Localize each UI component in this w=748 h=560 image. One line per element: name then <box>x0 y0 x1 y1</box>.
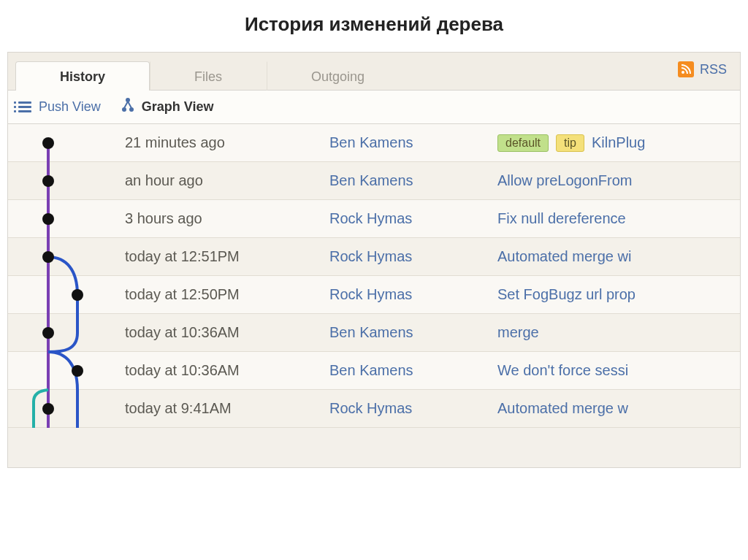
commit-time: 21 minutes ago <box>125 134 329 151</box>
commit-author[interactable]: Rock Hymas <box>329 286 497 303</box>
default-badge: default <box>497 134 549 152</box>
commit-message-text: Automated merge w <box>497 400 628 417</box>
commit-time: 3 hours ago <box>125 210 329 227</box>
graph-cell <box>8 314 125 352</box>
commit-row[interactable]: an hour agoBen KamensAllow preLogonFrom <box>8 162 740 200</box>
commit-message[interactable]: merge <box>497 324 740 341</box>
tab-history[interactable]: History <box>15 61 150 91</box>
commit-author[interactable]: Rock Hymas <box>329 248 497 265</box>
commit-time: an hour ago <box>125 172 329 189</box>
commit-list: 21 minutes agoBen KamensdefaulttipKilnPl… <box>8 124 740 428</box>
graph-cell <box>8 238 125 276</box>
commit-message-text: merge <box>497 324 539 341</box>
graph-cell <box>8 200 125 238</box>
commit-row[interactable]: 21 minutes agoBen KamensdefaulttipKilnPl… <box>8 124 740 162</box>
commit-message-text: Allow preLogonFrom <box>497 172 633 189</box>
rss-icon <box>678 61 694 77</box>
commit-row[interactable]: today at 12:51PMRock HymasAutomated merg… <box>8 238 740 276</box>
view-bar: Push View Graph View <box>8 91 740 124</box>
commit-message[interactable]: Allow preLogonFrom <box>497 172 740 189</box>
graph-cell <box>8 352 125 390</box>
commit-author[interactable]: Ben Kamens <box>329 362 497 379</box>
commit-message[interactable]: Fix null dereference <box>497 210 740 227</box>
commit-message[interactable]: Automated merge w <box>497 400 740 417</box>
commit-message-text: Fix null dereference <box>497 210 626 227</box>
commit-row[interactable]: 3 hours agoRock HymasFix null dereferenc… <box>8 200 740 238</box>
tip-badge: tip <box>556 134 584 152</box>
tab-files[interactable]: Files <box>150 61 267 91</box>
commit-message[interactable]: Automated merge wi <box>497 248 740 265</box>
push-view-label: Push View <box>39 99 101 115</box>
commit-author[interactable]: Rock Hymas <box>329 210 497 227</box>
list-icon <box>18 101 31 112</box>
graph-cell <box>8 162 125 200</box>
rss-link[interactable]: RSS <box>678 61 727 77</box>
commit-author[interactable]: Ben Kamens <box>329 324 497 341</box>
commit-message[interactable]: We don't force sessi <box>497 362 740 379</box>
commit-time: today at 12:50PM <box>125 286 329 303</box>
commit-time: today at 10:36AM <box>125 362 329 379</box>
commit-row[interactable]: today at 12:50PMRock HymasSet FogBugz ur… <box>8 276 740 314</box>
graph-view-label: Graph View <box>142 99 214 115</box>
commit-row[interactable]: today at 10:36AMBen Kamensmerge <box>8 314 740 352</box>
commit-message[interactable]: defaulttipKilnPlug <box>497 134 740 152</box>
page-title: История изменений дерева <box>0 0 748 52</box>
app-window: History Files Outgoing RSS Push View Gra… <box>7 52 741 468</box>
tab-outgoing[interactable]: Outgoing <box>267 61 409 91</box>
commit-time: today at 12:51PM <box>125 248 329 265</box>
commit-author[interactable]: Rock Hymas <box>329 400 497 417</box>
commit-message-text: Automated merge wi <box>497 248 631 265</box>
rss-label: RSS <box>700 62 727 77</box>
graph-view-button[interactable]: Graph View <box>121 98 214 116</box>
graph-cell <box>8 390 125 428</box>
tab-bar: History Files Outgoing RSS <box>8 53 740 91</box>
commit-message-text: KilnPlug <box>592 134 645 151</box>
commit-time: today at 9:41AM <box>125 400 329 417</box>
graph-cell <box>8 124 125 162</box>
graph-icon <box>121 98 134 116</box>
commit-message[interactable]: Set FogBugz url prop <box>497 286 740 303</box>
commit-author[interactable]: Ben Kamens <box>329 134 497 151</box>
push-view-button[interactable]: Push View <box>18 99 101 115</box>
graph-cell <box>8 276 125 314</box>
commit-row[interactable]: today at 9:41AMRock HymasAutomated merge… <box>8 390 740 428</box>
commit-time: today at 10:36AM <box>125 324 329 341</box>
commit-message-text: We don't force sessi <box>497 362 628 379</box>
commit-message-text: Set FogBugz url prop <box>497 286 636 303</box>
commit-author[interactable]: Ben Kamens <box>329 172 497 189</box>
commit-row[interactable]: today at 10:36AMBen KamensWe don't force… <box>8 352 740 390</box>
svg-point-0 <box>682 71 684 74</box>
